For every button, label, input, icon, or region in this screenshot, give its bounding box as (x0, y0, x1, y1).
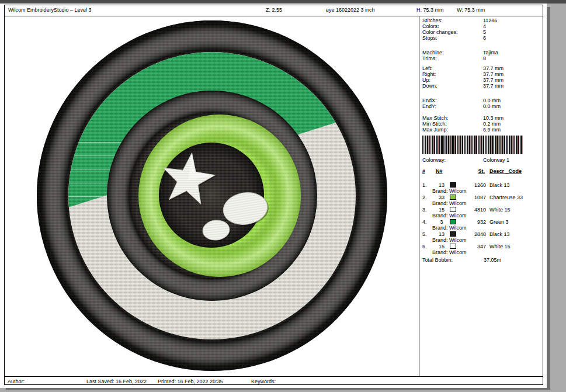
design-info-panel: Stitches:11286 Colors:4 Color changes:5 … (419, 16, 543, 376)
col-header-index: # (422, 168, 425, 174)
thread-brand: Brand: Wilcom (432, 213, 467, 218)
thread-row: 3. 15 4810 White 15 Brand: Wilcom (419, 207, 543, 219)
stat-max-stitch: Max Stitch:10.3 mm (419, 115, 543, 121)
stat-trims: Trims:8 (419, 55, 543, 61)
stat-left: Left:37.7 mm (419, 65, 543, 71)
design-height: H: 75.3 mm (416, 7, 444, 13)
stat-right: Right:37.7 mm (419, 71, 543, 77)
design-canvas (4, 16, 419, 376)
col-header-stitches: St. (466, 168, 485, 174)
page-shadow-right (547, 7, 550, 390)
thread-brand: Brand: Wilcom (432, 200, 467, 206)
thread-row: 2. 33 1087 Chartreuse 33 Brand: Wilcom (419, 195, 543, 207)
report-title-bar: Wilcom EmbroideryStudio – Level 3 Z: 2.5… (4, 5, 543, 16)
total-bobbin-value: 37.05m (484, 257, 501, 263)
colorway-value: Colorway 1 (483, 157, 509, 163)
thread-row: 1. 13 1260 Black 13 Brand: Wilcom (419, 182, 543, 195)
thread-swatch (450, 231, 456, 237)
thread-brand: Brand: Wilcom (432, 188, 467, 194)
thread-brand: Brand: Wilcom (432, 225, 467, 231)
app-title: Wilcom EmbroideryStudio – Level 3 (8, 7, 92, 13)
design-width: W: 75.3 mm (457, 7, 485, 13)
stat-min-stitch: Min Stitch:0.2 mm (419, 121, 543, 127)
total-bobbin-label: Total Bobbin: (422, 257, 453, 263)
stat-up: Up:37.7 mm (419, 77, 543, 83)
last-saved: Last Saved: 16 Feb, 2022 (86, 379, 147, 384)
thread-swatch (450, 182, 456, 188)
stat-endy: EndY:0.0 mm (419, 103, 543, 109)
print-preview-window: Wilcom EmbroideryStudio – Level 3 Z: 2.5… (0, 0, 566, 392)
stat-colors: Colors:4 (419, 23, 543, 29)
design-name: eye 16022022 3 inch (326, 7, 375, 13)
zoom-level: Z: 2.55 (266, 7, 282, 13)
stat-machine: Machine:Tajima (419, 50, 543, 55)
col-header-descr-code: Descr _Code (489, 168, 522, 174)
stat-stops: Stops:6 (419, 35, 543, 41)
colorway-label: Colorway: (422, 157, 446, 163)
thread-swatch (450, 244, 456, 249)
col-header-thread-number: N# (436, 168, 443, 174)
embroidery-design (4, 16, 419, 376)
stat-stitches: Stitches:11286 (419, 18, 543, 23)
thread-row: 5. 13 2848 Black 13 Brand: Wilcom (419, 231, 543, 244)
keywords-label: Keywords: (251, 379, 276, 384)
eye-rings (37, 20, 390, 371)
thread-swatch (450, 219, 456, 224)
thread-swatch (450, 195, 456, 200)
stat-max-jump: Max Jump:6.9 mm (419, 127, 543, 133)
stat-endx: EndX:0.0 mm (419, 98, 543, 103)
thread-swatch (450, 207, 456, 212)
thread-row: 6. 15 347 White 15 Brand: Wilcom (419, 244, 543, 256)
stat-down: Down:37.7 mm (419, 83, 543, 89)
design-barcode (422, 136, 523, 154)
thread-row: 4. 3 932 Green 3 Brand: Wilcom (419, 219, 543, 231)
page-shadow-bottom (6, 388, 550, 390)
thread-brand: Brand: Wilcom (432, 249, 467, 255)
report-footer: Author: Last Saved: 16 Feb, 2022 Printed… (4, 376, 543, 385)
thread-brand: Brand: Wilcom (432, 237, 467, 243)
printed: Printed: 16 Feb, 2022 20:35 (158, 379, 223, 384)
author-label: Author: (8, 379, 25, 384)
stat-color-changes: Color changes:5 (419, 29, 543, 35)
